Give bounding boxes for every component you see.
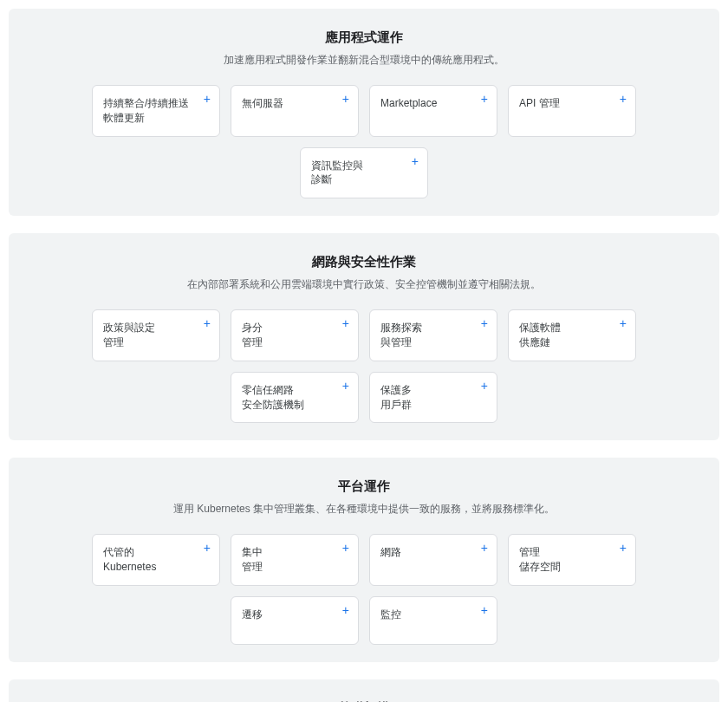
- plus-icon: +: [342, 542, 349, 554]
- plus-icon: +: [342, 380, 349, 392]
- card-label: 保護軟體供應鏈: [519, 321, 561, 350]
- plus-icon: +: [620, 542, 627, 554]
- plus-icon: +: [620, 93, 627, 105]
- card-service-discovery[interactable]: 服務探索與管理 +: [369, 309, 497, 361]
- section-app-operations: 應用程式運作 加速應用程式開發作業並翻新混合型環境中的傳統應用程式。 持續整合/…: [9, 9, 719, 216]
- card-zero-trust[interactable]: 零信任網路安全防護機制 +: [231, 372, 359, 424]
- plus-icon: +: [342, 317, 349, 329]
- section-desc: 在內部部署系統和公用雲端環境中實行政策、安全控管機制並遵守相關法規。: [26, 277, 702, 292]
- card-label: 持續整合/持續推送軟體更新: [103, 96, 197, 126]
- card-label: 代管的Kubernetes: [103, 545, 156, 575]
- section-title: 平台運作: [26, 478, 702, 495]
- card-policy-config[interactable]: 政策與設定管理 +: [92, 309, 220, 361]
- card-marketplace[interactable]: Marketplace +: [369, 85, 497, 137]
- plus-icon: +: [481, 317, 488, 329]
- card-central-management[interactable]: 集中管理 +: [231, 534, 359, 586]
- section-desc: 加速應用程式開發作業並翻新混合型環境中的傳統應用程式。: [26, 53, 702, 68]
- card-multi-tenant[interactable]: 保護多用戶群 +: [369, 372, 497, 424]
- section-desc: 運用 Kubernetes 集中管理叢集、在各種環境中提供一致的服務，並將服務標…: [26, 502, 702, 517]
- section-platform-operations: 平台運作 運用 Kubernetes 集中管理叢集、在各種環境中提供一致的服務，…: [9, 458, 719, 662]
- plus-icon: +: [342, 604, 349, 616]
- card-label: API 管理: [519, 96, 560, 111]
- card-label: 監控: [380, 608, 401, 622]
- card-label: 遷移: [242, 608, 263, 622]
- card-label: 集中管理: [242, 545, 263, 575]
- card-label: Marketplace: [380, 96, 437, 111]
- plus-icon: +: [481, 604, 488, 616]
- card-monitoring-diagnostics[interactable]: 資訊監控與診斷 +: [300, 147, 428, 199]
- card-label: 管理儲存空間: [519, 545, 561, 575]
- card-network[interactable]: 網路 +: [369, 534, 497, 586]
- plus-icon: +: [481, 380, 488, 392]
- section-title: 網路與安全性作業: [26, 254, 702, 270]
- section-network-security: 網路與安全性作業 在內部部署系統和公用雲端環境中實行政策、安全控管機制並遵守相關…: [9, 233, 719, 440]
- card-migration[interactable]: 遷移 +: [231, 596, 359, 645]
- plus-icon: +: [412, 155, 419, 167]
- cards-container: 代管的Kubernetes + 集中管理 + 網路 + 管理儲存空間 + 遷移 …: [26, 534, 702, 645]
- card-label: 網路: [380, 545, 401, 560]
- card-monitoring[interactable]: 監控 +: [369, 596, 497, 645]
- card-software-supply-chain[interactable]: 保護軟體供應鏈 +: [508, 309, 636, 361]
- card-managed-kubernetes[interactable]: 代管的Kubernetes +: [92, 534, 220, 586]
- card-label: 身分管理: [242, 321, 263, 350]
- card-identity-management[interactable]: 身分管理 +: [231, 309, 359, 361]
- card-label: 無伺服器: [242, 96, 283, 111]
- plus-icon: +: [620, 317, 627, 329]
- plus-icon: +: [342, 93, 349, 105]
- card-ci-cd[interactable]: 持續整合/持續推送軟體更新 +: [92, 85, 220, 137]
- card-label: 服務探索與管理: [380, 321, 422, 350]
- card-api-management[interactable]: API 管理 +: [508, 85, 636, 137]
- plus-icon: +: [481, 93, 488, 105]
- card-serverless[interactable]: 無伺服器 +: [231, 85, 359, 137]
- cards-container: 政策與設定管理 + 身分管理 + 服務探索與管理 + 保護軟體供應鏈 + 零信任…: [26, 309, 702, 423]
- plus-icon: +: [204, 317, 211, 329]
- card-label: 政策與設定管理: [103, 321, 155, 350]
- cards-container: 持續整合/持續推送軟體更新 + 無伺服器 + Marketplace + API…: [26, 85, 702, 198]
- section-infrastructure: 基礎架構 內部部署 公用 雲端環境: [9, 679, 719, 702]
- card-label: 資訊監控與診斷: [311, 159, 363, 188]
- card-label: 零信任網路安全防護機制: [242, 383, 304, 413]
- section-title: 應用程式運作: [26, 29, 702, 46]
- plus-icon: +: [481, 542, 488, 554]
- card-label: 保護多用戶群: [380, 383, 412, 413]
- plus-icon: +: [204, 93, 211, 105]
- plus-icon: +: [204, 542, 211, 554]
- card-storage-management[interactable]: 管理儲存空間 +: [508, 534, 636, 586]
